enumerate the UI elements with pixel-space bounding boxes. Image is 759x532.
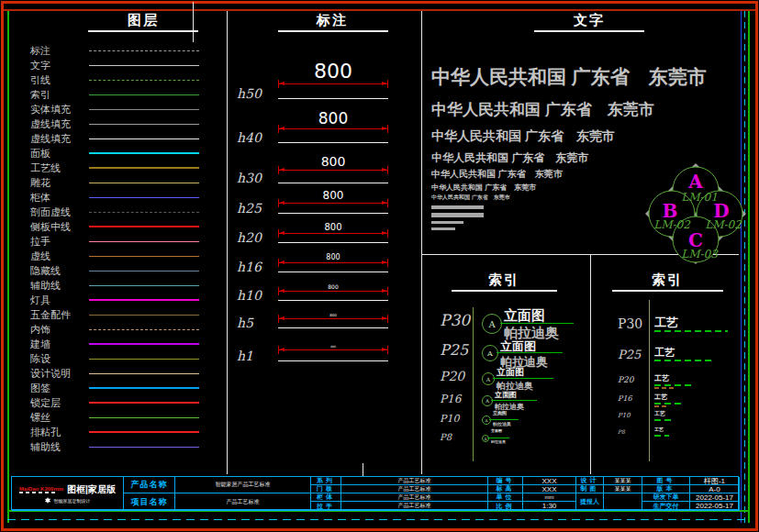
logo-brand-text: 图框|家居版	[67, 483, 116, 496]
index-title-text: 立面图	[491, 428, 502, 433]
layer-row: 柜体	[30, 190, 227, 205]
unit-value: mm	[523, 493, 576, 502]
layer-name: 标注	[30, 43, 89, 58]
layer-line-sample	[89, 167, 199, 169]
index-craft-text: 工艺	[654, 393, 667, 402]
dimension-line	[278, 291, 388, 292]
index-dashed-line	[654, 419, 675, 421]
layer-line-sample	[89, 139, 199, 139]
layers-panel-title: 图层	[128, 12, 159, 29]
layer-row: 排粘孔	[30, 425, 227, 439]
detail-marker-circle: A	[482, 372, 495, 385]
dimension-line	[278, 233, 388, 234]
layer-row: 图签	[30, 381, 227, 395]
layer-name: 隐藏线	[30, 263, 89, 278]
layer-line-sample	[89, 226, 199, 227]
layer-row: 引线	[30, 72, 227, 87]
dimension-line	[278, 170, 388, 171]
dimension-line	[278, 318, 388, 319]
index-page-label: P20	[618, 375, 634, 384]
layer-row: 设计说明	[30, 366, 227, 381]
layer-line-sample	[89, 329, 199, 330]
layer-name: 辅助线	[30, 278, 89, 293]
project-name-label: 项目名称	[124, 493, 175, 511]
gear-icon	[45, 497, 51, 504]
drafter-value: 某某某	[604, 485, 642, 493]
submitter-label: 提报人	[576, 493, 604, 511]
index-craft-text: 工艺	[654, 410, 665, 418]
index-right-panel: P30工艺P25工艺P20工艺P16工艺P10工艺P8工艺	[590, 300, 728, 465]
text-title-underline	[534, 30, 644, 32]
layer-name: 五金配件	[30, 307, 89, 322]
drafter-label: 制图	[576, 485, 604, 493]
drawing-no-value: 样图-1	[690, 477, 740, 485]
index-underline	[491, 400, 537, 401]
title-block: MaiDao K200mm 图框|家居版 智能家居定制设计 产品名称 智能家居产…	[11, 476, 739, 510]
cabinet-label: 柜体	[311, 493, 341, 502]
index-dashed-line	[654, 435, 669, 437]
index-right-rule	[649, 300, 650, 461]
index-left-panel: P30A立面图帕拉迪奥P25A立面图帕拉迪奥P20A立面图帕拉迪奥P16A立面图…	[421, 300, 586, 465]
text-scale-bar	[431, 205, 484, 209]
layer-row: 内饰	[30, 322, 227, 337]
detail-label-b: LM-02	[653, 218, 691, 231]
index-page-label: P10	[440, 413, 459, 425]
version-value: A-0	[690, 485, 740, 493]
dim-sample-row: h1800	[229, 328, 420, 361]
layer-row: 标注	[30, 43, 227, 58]
dim-value: 800	[278, 345, 388, 349]
detail-marker-circle: A	[482, 314, 502, 334]
dim-value: 800	[278, 283, 388, 290]
layer-name: 虚线填充	[30, 116, 89, 131]
index-dashed-line	[654, 360, 711, 361]
dimension-line	[278, 349, 388, 350]
index-craft-text: 工艺	[654, 315, 678, 331]
series-label: 系列	[311, 477, 341, 485]
layer-line-sample	[89, 387, 199, 389]
layer-row: 建墙	[30, 337, 227, 351]
layer-line-sample	[89, 65, 199, 66]
rd-order-value: 2022-05-17	[690, 493, 740, 502]
layer-row: 虚线填充	[30, 116, 227, 131]
dim-sample-row: h10800	[229, 272, 420, 301]
dim-sample-row: h40800	[229, 99, 420, 143]
rd-order-label: 研发下单	[642, 493, 690, 502]
detail-marker-diamond: A B D C LM-01 LM-02 LM-02 LM-03	[642, 161, 749, 267]
layer-line-sample	[89, 94, 199, 95]
layer-line-sample	[89, 241, 199, 242]
layer-row: 实体填充	[30, 102, 227, 116]
text-scale-sample: 中华人民共和国 广东省 东莞市	[431, 64, 734, 90]
elevation-value: XXX	[523, 485, 576, 493]
detail-marker-circle: A	[482, 395, 493, 406]
layer-name: 侧板中线	[30, 219, 89, 234]
dim-height-label: h1	[237, 349, 253, 363]
blue-border-right	[741, 11, 742, 523]
index-dashed-line-brown	[654, 405, 668, 407]
layers-list: 标注文字引线索引实体填充虚线填充虚线填充面板工艺线雕花柜体剖面虚线侧板中线拉手虚…	[30, 43, 227, 454]
layer-name: 实体填充	[30, 102, 89, 116]
index-underline	[487, 438, 509, 438]
layer-row: 剖面虚线	[30, 205, 227, 219]
detail-marker-circle: A	[482, 435, 489, 442]
layer-line-sample	[89, 373, 199, 374]
layer-name: 陈设	[30, 351, 89, 366]
dim-value: 800	[278, 189, 388, 202]
index-page-label: P20	[440, 369, 464, 383]
detail-label-a: LM-01	[681, 191, 718, 204]
layer-line-sample	[89, 315, 199, 316]
index-subtitle-text: 帕拉迪奥	[493, 421, 511, 427]
index-title-text: 立面图	[495, 390, 517, 400]
index-page-label: P30	[618, 316, 642, 331]
dim-sample-row: h20800	[229, 214, 420, 243]
cad-sheet: 图层 标注 文字 索引 索引 标注文字引线索引实体填充虚线填充虚线填充面板工艺线…	[0, 0, 759, 532]
delivery-value: 2022-05-17	[690, 502, 740, 511]
layer-line-sample	[89, 343, 199, 345]
layer-name: 灯具	[30, 293, 89, 307]
index-page-label: P25	[618, 348, 641, 361]
layer-name: 索引	[30, 87, 89, 102]
layer-name: 雕花	[30, 175, 89, 190]
layer-name: 辅助线	[30, 439, 89, 454]
layer-row: 虚线	[30, 249, 227, 263]
layer-row: 文字	[30, 58, 227, 72]
logo-tagline: MaiDao K200mm	[19, 486, 63, 492]
